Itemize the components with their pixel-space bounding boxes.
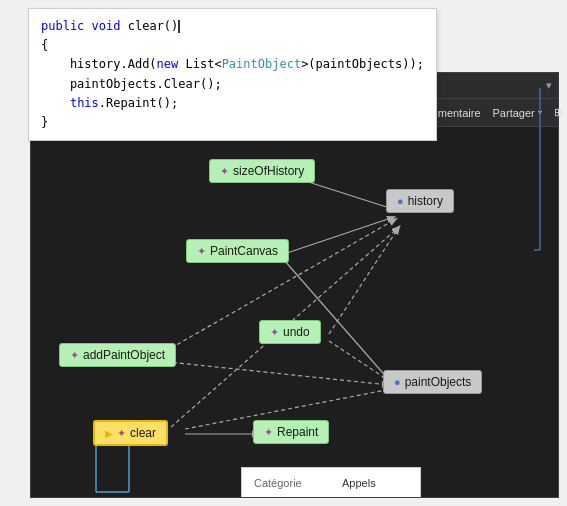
svg-line-11 <box>159 361 389 385</box>
info-box: Catégorie Appels Nœud source clear Nœud … <box>241 467 421 497</box>
graph-area[interactable]: ✦ sizeOfHistory ● history ✦ PaintCanvas … <box>31 127 558 497</box>
code-line-4: paintObjects.Clear(); <box>41 75 424 94</box>
node-history-label: history <box>408 194 443 208</box>
info-row-source: Nœud source clear <box>254 493 408 497</box>
info-label-source: Nœud source <box>254 493 334 497</box>
node-sizeOfHistory[interactable]: ✦ sizeOfHistory <box>209 159 315 183</box>
info-value-categorie: Appels <box>342 474 376 493</box>
layout-icon: ⊞ <box>554 106 563 119</box>
node-Repaint-icon: ✦ <box>264 426 273 439</box>
node-undo-icon: ✦ <box>270 326 279 339</box>
info-label-categorie: Catégorie <box>254 474 334 493</box>
code-line-3: history.Add(new List<PaintObject>(paintO… <box>41 55 424 74</box>
node-history[interactable]: ● history <box>386 189 454 213</box>
svg-line-6 <box>284 217 394 254</box>
svg-line-9 <box>329 341 391 382</box>
tab-dropdown-button[interactable]: ▾ <box>540 79 558 92</box>
node-clear[interactable]: ▶ ✦ clear <box>93 420 168 446</box>
node-clear-arrow-icon: ▶ <box>105 428 113 439</box>
code-line-2: { <box>41 36 424 55</box>
node-undo-label: undo <box>283 325 310 339</box>
code-line-1: public void clear() <box>41 17 424 36</box>
svg-line-5 <box>299 179 396 210</box>
node-history-icon: ● <box>397 195 404 207</box>
node-addPaintObject-icon: ✦ <box>70 349 79 362</box>
node-sizeOfHistory-icon: ✦ <box>220 165 229 178</box>
method-name: clear() <box>128 19 179 33</box>
layout-button[interactable]: ⊞ <box>550 104 567 121</box>
share-dropdown-icon: ▾ <box>538 108 542 117</box>
share-label: Partager <box>493 107 535 119</box>
node-addPaintObject[interactable]: ✦ addPaintObject <box>59 343 176 367</box>
node-paintObjects[interactable]: ● paintObjects <box>383 370 482 394</box>
code-line-5: this.Repaint(); <box>41 94 424 113</box>
node-PaintCanvas[interactable]: ✦ PaintCanvas <box>186 239 289 263</box>
info-row-categorie: Catégorie Appels <box>254 474 408 493</box>
svg-line-8 <box>329 227 399 334</box>
node-clear-icon: ✦ <box>117 427 126 440</box>
node-paintObjects-icon: ● <box>394 376 401 388</box>
info-value-source: clear <box>342 493 366 497</box>
code-tooltip: public void clear() { history.Add(new Li… <box>28 8 437 141</box>
node-PaintCanvas-icon: ✦ <box>197 245 206 258</box>
keyword-public: public <box>41 19 84 33</box>
node-paintObjects-label: paintObjects <box>405 375 472 389</box>
node-sizeOfHistory-label: sizeOfHistory <box>233 164 304 178</box>
node-undo[interactable]: ✦ undo <box>259 320 321 344</box>
keyword-void: void <box>92 19 121 33</box>
node-clear-label: clear <box>130 426 156 440</box>
code-line-6: } <box>41 113 424 132</box>
share-button[interactable]: Partager ▾ <box>489 105 546 121</box>
node-Repaint-label: Repaint <box>277 425 318 439</box>
node-addPaintObject-label: addPaintObject <box>83 348 165 362</box>
node-Repaint[interactable]: ✦ Repaint <box>253 420 329 444</box>
node-PaintCanvas-label: PaintCanvas <box>210 244 278 258</box>
